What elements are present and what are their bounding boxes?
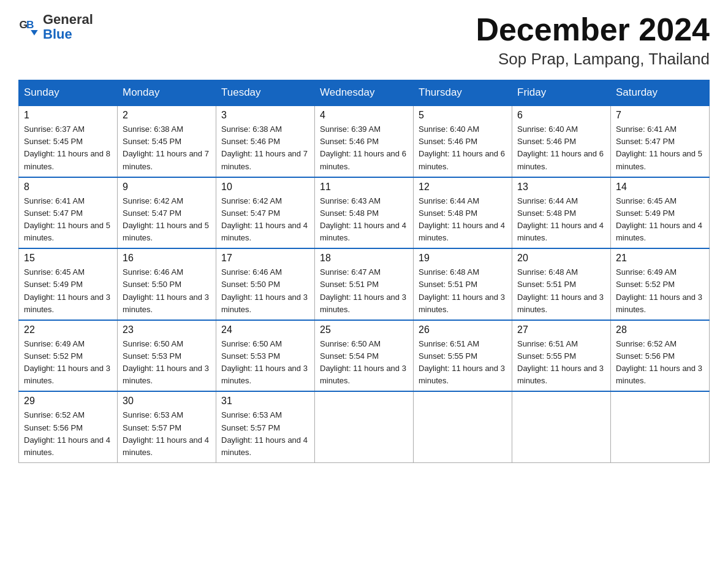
day-number: 21 <box>616 253 704 264</box>
day-info: Sunrise: 6:45 AMSunset: 5:49 PMDaylight:… <box>24 266 112 316</box>
calendar-cell: 17 Sunrise: 6:46 AMSunset: 5:50 PMDaylig… <box>216 248 315 320</box>
day-info: Sunrise: 6:43 AMSunset: 5:48 PMDaylight:… <box>320 195 408 245</box>
day-info: Sunrise: 6:51 AMSunset: 5:55 PMDaylight:… <box>419 338 507 388</box>
logo-icon: G B <box>18 16 40 38</box>
day-number: 5 <box>419 110 507 121</box>
header-monday: Monday <box>118 80 216 106</box>
day-number: 17 <box>221 253 309 264</box>
day-info: Sunrise: 6:42 AMSunset: 5:47 PMDaylight:… <box>221 195 309 245</box>
day-info: Sunrise: 6:47 AMSunset: 5:51 PMDaylight:… <box>320 266 408 316</box>
day-info: Sunrise: 6:40 AMSunset: 5:46 PMDaylight:… <box>517 123 605 173</box>
calendar-cell <box>414 391 512 462</box>
calendar-week-row: 29 Sunrise: 6:52 AMSunset: 5:56 PMDaylig… <box>19 391 710 462</box>
day-info: Sunrise: 6:38 AMSunset: 5:45 PMDaylight:… <box>123 123 211 173</box>
day-number: 15 <box>24 253 112 264</box>
day-number: 28 <box>616 324 704 335</box>
header-friday: Friday <box>512 80 611 106</box>
day-info: Sunrise: 6:42 AMSunset: 5:47 PMDaylight:… <box>123 195 211 245</box>
day-info: Sunrise: 6:53 AMSunset: 5:57 PMDaylight:… <box>123 409 211 459</box>
day-info: Sunrise: 6:41 AMSunset: 5:47 PMDaylight:… <box>616 123 704 173</box>
day-number: 13 <box>517 182 605 193</box>
day-number: 3 <box>221 110 309 121</box>
day-number: 9 <box>123 182 211 193</box>
logo-general-text: General <box>43 12 93 27</box>
calendar-cell: 21 Sunrise: 6:49 AMSunset: 5:52 PMDaylig… <box>611 248 710 320</box>
day-number: 8 <box>24 182 112 193</box>
day-info: Sunrise: 6:44 AMSunset: 5:48 PMDaylight:… <box>419 195 507 245</box>
day-info: Sunrise: 6:52 AMSunset: 5:56 PMDaylight:… <box>24 409 112 459</box>
calendar-cell: 22 Sunrise: 6:49 AMSunset: 5:52 PMDaylig… <box>19 320 118 392</box>
month-title: December 2024 <box>476 12 710 47</box>
calendar-cell: 20 Sunrise: 6:48 AMSunset: 5:51 PMDaylig… <box>512 248 611 320</box>
calendar-cell: 1 Sunrise: 6:37 AMSunset: 5:45 PMDayligh… <box>19 105 118 177</box>
day-info: Sunrise: 6:50 AMSunset: 5:54 PMDaylight:… <box>320 338 408 388</box>
day-info: Sunrise: 6:48 AMSunset: 5:51 PMDaylight:… <box>419 266 507 316</box>
day-number: 12 <box>419 182 507 193</box>
day-number: 31 <box>221 396 309 407</box>
day-number: 23 <box>123 324 211 335</box>
day-info: Sunrise: 6:48 AMSunset: 5:51 PMDaylight:… <box>517 266 605 316</box>
day-info: Sunrise: 6:51 AMSunset: 5:55 PMDaylight:… <box>517 338 605 388</box>
calendar-week-row: 22 Sunrise: 6:49 AMSunset: 5:52 PMDaylig… <box>19 320 710 392</box>
day-number: 18 <box>320 253 408 264</box>
day-number: 10 <box>221 182 309 193</box>
day-number: 4 <box>320 110 408 121</box>
calendar-cell: 13 Sunrise: 6:44 AMSunset: 5:48 PMDaylig… <box>512 177 611 249</box>
calendar-cell <box>611 391 710 462</box>
page-header: G B General Blue December 2024 Sop Prap,… <box>18 12 710 69</box>
calendar-header-row: SundayMondayTuesdayWednesdayThursdayFrid… <box>19 80 710 106</box>
calendar-cell: 9 Sunrise: 6:42 AMSunset: 5:47 PMDayligh… <box>118 177 216 249</box>
day-info: Sunrise: 6:50 AMSunset: 5:53 PMDaylight:… <box>123 338 211 388</box>
calendar-cell: 16 Sunrise: 6:46 AMSunset: 5:50 PMDaylig… <box>118 248 216 320</box>
day-number: 1 <box>24 110 112 121</box>
logo-blue-text: Blue <box>43 27 93 42</box>
calendar-cell: 24 Sunrise: 6:50 AMSunset: 5:53 PMDaylig… <box>216 320 315 392</box>
day-number: 22 <box>24 324 112 335</box>
header-sunday: Sunday <box>19 80 118 106</box>
calendar-cell: 5 Sunrise: 6:40 AMSunset: 5:46 PMDayligh… <box>414 105 512 177</box>
day-info: Sunrise: 6:45 AMSunset: 5:49 PMDaylight:… <box>616 195 704 245</box>
calendar-cell: 10 Sunrise: 6:42 AMSunset: 5:47 PMDaylig… <box>216 177 315 249</box>
calendar-cell: 15 Sunrise: 6:45 AMSunset: 5:49 PMDaylig… <box>19 248 118 320</box>
day-number: 25 <box>320 324 408 335</box>
calendar-cell: 25 Sunrise: 6:50 AMSunset: 5:54 PMDaylig… <box>315 320 414 392</box>
calendar-cell: 7 Sunrise: 6:41 AMSunset: 5:47 PMDayligh… <box>611 105 710 177</box>
calendar-cell: 27 Sunrise: 6:51 AMSunset: 5:55 PMDaylig… <box>512 320 611 392</box>
svg-text:B: B <box>26 18 34 31</box>
day-number: 7 <box>616 110 704 121</box>
day-number: 29 <box>24 396 112 407</box>
day-number: 2 <box>123 110 211 121</box>
header-thursday: Thursday <box>414 80 512 106</box>
calendar-cell: 14 Sunrise: 6:45 AMSunset: 5:49 PMDaylig… <box>611 177 710 249</box>
day-number: 16 <box>123 253 211 264</box>
calendar-cell: 23 Sunrise: 6:50 AMSunset: 5:53 PMDaylig… <box>118 320 216 392</box>
day-info: Sunrise: 6:40 AMSunset: 5:46 PMDaylight:… <box>419 123 507 173</box>
calendar-week-row: 1 Sunrise: 6:37 AMSunset: 5:45 PMDayligh… <box>19 105 710 177</box>
calendar-cell: 4 Sunrise: 6:39 AMSunset: 5:46 PMDayligh… <box>315 105 414 177</box>
day-info: Sunrise: 6:46 AMSunset: 5:50 PMDaylight:… <box>123 266 211 316</box>
day-number: 11 <box>320 182 408 193</box>
day-number: 20 <box>517 253 605 264</box>
calendar-cell: 11 Sunrise: 6:43 AMSunset: 5:48 PMDaylig… <box>315 177 414 249</box>
day-info: Sunrise: 6:49 AMSunset: 5:52 PMDaylight:… <box>616 266 704 316</box>
day-info: Sunrise: 6:49 AMSunset: 5:52 PMDaylight:… <box>24 338 112 388</box>
day-info: Sunrise: 6:38 AMSunset: 5:46 PMDaylight:… <box>221 123 309 173</box>
calendar-cell: 18 Sunrise: 6:47 AMSunset: 5:51 PMDaylig… <box>315 248 414 320</box>
calendar-cell: 30 Sunrise: 6:53 AMSunset: 5:57 PMDaylig… <box>118 391 216 462</box>
day-info: Sunrise: 6:41 AMSunset: 5:47 PMDaylight:… <box>24 195 112 245</box>
day-info: Sunrise: 6:50 AMSunset: 5:53 PMDaylight:… <box>221 338 309 388</box>
day-info: Sunrise: 6:44 AMSunset: 5:48 PMDaylight:… <box>517 195 605 245</box>
day-number: 26 <box>419 324 507 335</box>
header-saturday: Saturday <box>611 80 710 106</box>
calendar-cell: 29 Sunrise: 6:52 AMSunset: 5:56 PMDaylig… <box>19 391 118 462</box>
day-info: Sunrise: 6:46 AMSunset: 5:50 PMDaylight:… <box>221 266 309 316</box>
day-number: 27 <box>517 324 605 335</box>
calendar-cell: 28 Sunrise: 6:52 AMSunset: 5:56 PMDaylig… <box>611 320 710 392</box>
day-info: Sunrise: 6:52 AMSunset: 5:56 PMDaylight:… <box>616 338 704 388</box>
calendar-cell: 6 Sunrise: 6:40 AMSunset: 5:46 PMDayligh… <box>512 105 611 177</box>
header-tuesday: Tuesday <box>216 80 315 106</box>
location-title: Sop Prap, Lampang, Thailand <box>476 50 710 69</box>
title-block: December 2024 Sop Prap, Lampang, Thailan… <box>476 12 710 69</box>
calendar-cell: 8 Sunrise: 6:41 AMSunset: 5:47 PMDayligh… <box>19 177 118 249</box>
calendar-week-row: 15 Sunrise: 6:45 AMSunset: 5:49 PMDaylig… <box>19 248 710 320</box>
